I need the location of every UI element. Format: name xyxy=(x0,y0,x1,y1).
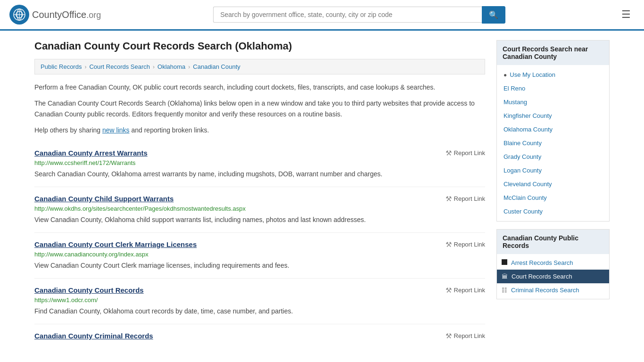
report-icon-5: ⚒ xyxy=(446,332,452,340)
record-header-4: Canadian County Court Records ⚒ Report L… xyxy=(34,286,485,295)
header: CountyOffice.org 🔍 ☰ xyxy=(0,0,644,31)
location-pin-icon: ● xyxy=(504,72,507,78)
sidebar-link-grady[interactable]: Grady County xyxy=(497,150,609,164)
description-3: Help others by sharing new links and rep… xyxy=(34,125,485,135)
record-title-1[interactable]: Canadian County Arrest Warrants xyxy=(34,149,148,157)
content-area: Canadian County Court Records Search (Ok… xyxy=(34,40,485,350)
bc-sep-1: › xyxy=(84,64,86,70)
record-url-1[interactable]: http://www.ccsheriff.net/172/Warrants xyxy=(34,159,485,166)
record-item-3: Canadian County Court Clerk Marriage Lic… xyxy=(34,233,485,279)
sidebar: Court Records Search near Canadian Count… xyxy=(496,40,610,350)
breadcrumb-link-canadian-county[interactable]: Canadian County xyxy=(193,63,240,70)
record-header-1: Canadian County Arrest Warrants ⚒ Report… xyxy=(34,149,485,157)
record-item-1: Canadian County Arrest Warrants ⚒ Report… xyxy=(34,141,485,187)
report-link-2[interactable]: ⚒ Report Link xyxy=(446,195,485,203)
report-link-1[interactable]: ⚒ Report Link xyxy=(446,149,485,157)
breadcrumb-link-oklahoma[interactable]: Oklahoma xyxy=(157,63,185,70)
logo-area: CountyOffice.org xyxy=(9,5,101,25)
record-desc-1: Search Canadian County, Oklahoma arrest … xyxy=(34,169,485,179)
breadcrumb: Public Records › Court Records Search › … xyxy=(34,59,485,74)
bc-sep-3: › xyxy=(188,64,190,70)
sidebar-pub-link-arrest[interactable]: Arrest Records Search xyxy=(497,256,609,270)
record-desc-3: View Canadian County Court Clerk marriag… xyxy=(34,261,485,271)
record-desc-2: View Canadian County, Oklahoma child sup… xyxy=(34,215,485,225)
search-bar: 🔍 xyxy=(213,6,505,24)
sidebar-link-custer[interactable]: Custer County xyxy=(497,205,609,218)
report-link-3[interactable]: ⚒ Report Link xyxy=(446,240,485,249)
sidebar-nearby-section: Court Records Search near Canadian Count… xyxy=(496,40,610,222)
search-input[interactable] xyxy=(213,7,482,23)
record-title-4[interactable]: Canadian County Court Records xyxy=(34,286,144,294)
sidebar-link-el-reno[interactable]: El Reno xyxy=(497,82,609,95)
record-url-2[interactable]: http://www.okdhs.org/sites/searchcenter/… xyxy=(34,205,485,212)
record-header-2: Canadian County Child Support Warrants ⚒… xyxy=(34,195,485,203)
sidebar-nearby-header: Court Records Search near Canadian Count… xyxy=(497,41,609,65)
sidebar-link-kingfisher[interactable]: Kingfisher County xyxy=(497,109,609,123)
logo-text[interactable]: CountyOffice.org xyxy=(32,9,101,20)
record-item-4: Canadian County Court Records ⚒ Report L… xyxy=(34,279,485,324)
record-item-2: Canadian County Child Support Warrants ⚒… xyxy=(34,187,485,233)
report-icon-2: ⚒ xyxy=(446,195,452,203)
search-button[interactable]: 🔍 xyxy=(482,6,505,24)
report-icon-4: ⚒ xyxy=(446,286,452,295)
record-header-3: Canadian County Court Clerk Marriage Lic… xyxy=(34,240,485,249)
new-links[interactable]: new links xyxy=(102,126,130,134)
sidebar-link-mcclain[interactable]: McClain County xyxy=(497,191,609,205)
logo-suffix: .org xyxy=(86,10,101,20)
sidebar-public-records-section: Canadian County Public Records Arrest Re… xyxy=(496,229,610,299)
description-2: The Canadian County Court Records Search… xyxy=(34,98,485,119)
report-icon-1: ⚒ xyxy=(446,149,452,157)
main-container: Canadian County Court Records Search (Ok… xyxy=(25,31,619,359)
bc-sep-2: › xyxy=(153,64,155,70)
sidebar-link-cleveland[interactable]: Cleveland County xyxy=(497,177,609,191)
court-icon: 🏛 xyxy=(502,273,508,280)
record-item-5: Canadian County Criminal Records ⚒ Repor… xyxy=(34,324,485,350)
sidebar-link-blaine[interactable]: Blaine County xyxy=(497,136,609,150)
record-title-5[interactable]: Canadian County Criminal Records xyxy=(34,332,153,340)
report-link-5[interactable]: ⚒ Report Link xyxy=(446,332,485,340)
record-title-2[interactable]: Canadian County Child Support Warrants xyxy=(34,195,173,203)
criminal-icon: ☷ xyxy=(502,287,507,294)
sidebar-link-oklahoma-county[interactable]: Oklahoma County xyxy=(497,123,609,136)
sidebar-public-links: Arrest Records Search 🏛 Court Records Se… xyxy=(497,254,609,299)
breadcrumb-link-public-records[interactable]: Public Records xyxy=(41,63,82,70)
breadcrumb-link-court-records[interactable]: Court Records Search xyxy=(89,63,150,70)
page-title: Canadian County Court Records Search (Ok… xyxy=(34,40,485,52)
record-title-3[interactable]: Canadian County Court Clerk Marriage Lic… xyxy=(34,240,197,248)
record-header-5: Canadian County Criminal Records ⚒ Repor… xyxy=(34,332,485,340)
report-link-4[interactable]: ⚒ Report Link xyxy=(446,286,485,295)
sidebar-use-my-location[interactable]: ● Use My Location xyxy=(497,68,609,82)
record-url-4[interactable]: https://www1.odcr.com/ xyxy=(34,296,485,304)
description-1: Perform a free Canadian County, OK publi… xyxy=(34,82,485,92)
menu-icon[interactable]: ☰ xyxy=(618,7,635,23)
report-icon-3: ⚒ xyxy=(446,240,452,249)
records-list: Canadian County Arrest Warrants ⚒ Report… xyxy=(34,141,485,350)
sidebar-nearby-links: ● Use My Location El Reno Mustang Kingfi… xyxy=(497,65,609,221)
sidebar-link-logan[interactable]: Logan County xyxy=(497,164,609,177)
sidebar-link-mustang[interactable]: Mustang xyxy=(497,95,609,109)
sidebar-pub-link-criminal[interactable]: ☷ Criminal Records Search xyxy=(497,283,609,297)
sidebar-public-records-header: Canadian County Public Records xyxy=(497,230,609,254)
record-url-3[interactable]: http://www.canadiancounty.org/index.aspx xyxy=(34,251,485,258)
sidebar-pub-link-court[interactable]: 🏛 Court Records Search xyxy=(497,270,609,283)
arrest-icon xyxy=(502,259,507,266)
record-desc-4: Find Canadian County, Oklahoma court rec… xyxy=(34,306,485,316)
logo-icon xyxy=(9,5,29,25)
